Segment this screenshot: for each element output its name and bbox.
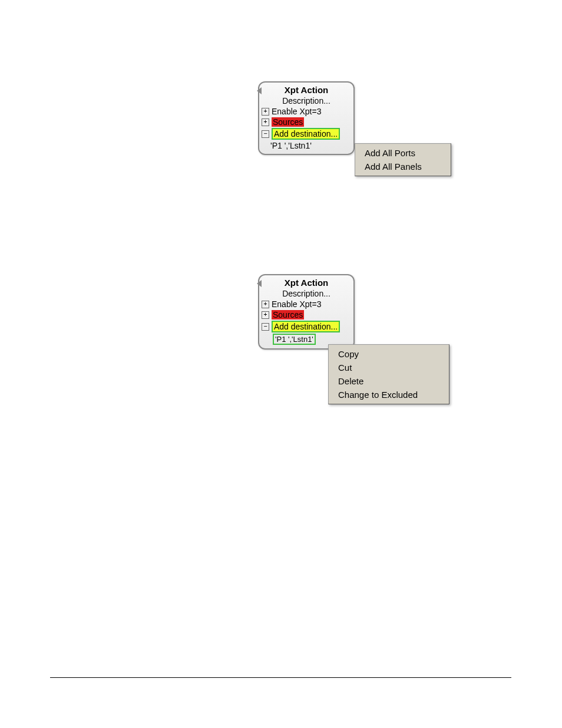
leaf-label: 'P1 ','Lstn1' — [273, 334, 316, 345]
add-destination-row[interactable]: − Add destination... — [259, 321, 353, 334]
sources-row[interactable]: + Sources — [259, 310, 353, 321]
menu-item-add-all-panels[interactable]: Add All Panels — [356, 160, 449, 173]
minus-icon[interactable]: − — [262, 130, 269, 138]
add-destination-label: Add destination... — [272, 128, 340, 140]
enable-row[interactable]: + Enable Xpt=3 — [259, 299, 353, 310]
sources-row[interactable]: + Sources — [259, 117, 353, 128]
description-row[interactable]: Description... — [259, 289, 353, 299]
sources-label: Sources — [272, 310, 304, 319]
menu-item-cut[interactable]: Cut — [330, 361, 448, 374]
panel-title: Xpt Action — [259, 83, 353, 96]
add-destination-row[interactable]: − Add destination... — [259, 128, 353, 141]
xpt-action-panel-2: Xpt Action Description... + Enable Xpt=3… — [258, 274, 355, 350]
context-menu-edit: Copy Cut Delete Change to Excluded — [328, 344, 449, 404]
enable-label: Enable Xpt=3 — [272, 107, 321, 116]
context-menu-add: Add All Ports Add All Panels — [355, 143, 451, 176]
panel-title: Xpt Action — [259, 275, 353, 289]
description-row[interactable]: Description... — [259, 96, 353, 107]
sources-label: Sources — [272, 117, 304, 127]
enable-row[interactable]: + Enable Xpt=3 — [259, 107, 353, 117]
divider-line — [50, 677, 511, 678]
menu-item-delete[interactable]: Delete — [330, 374, 448, 388]
plus-icon[interactable]: + — [262, 301, 269, 308]
plus-icon[interactable]: + — [262, 311, 269, 319]
add-destination-label: Add destination... — [272, 321, 340, 332]
leaf-label: 'P1 ','Lstn1' — [270, 141, 312, 150]
plus-icon[interactable]: + — [262, 118, 269, 126]
menu-item-add-all-ports[interactable]: Add All Ports — [356, 146, 449, 160]
enable-label: Enable Xpt=3 — [272, 299, 321, 309]
menu-item-copy[interactable]: Copy — [330, 347, 448, 361]
leaf-row[interactable]: 'P1 ','Lstn1' — [259, 141, 353, 154]
menu-item-change-to-excluded[interactable]: Change to Excluded — [330, 388, 448, 401]
plus-icon[interactable]: + — [262, 108, 269, 116]
minus-icon[interactable]: − — [262, 323, 269, 331]
xpt-action-panel-1: Xpt Action Description... + Enable Xpt=3… — [258, 81, 355, 155]
